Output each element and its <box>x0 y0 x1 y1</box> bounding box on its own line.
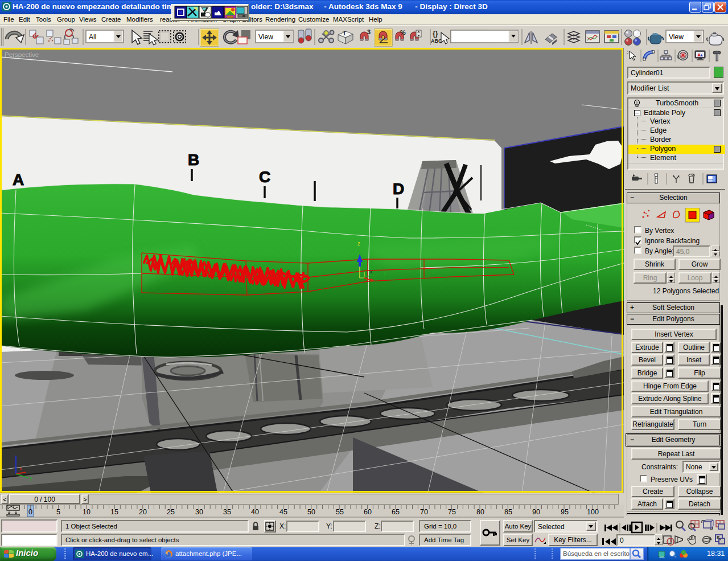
svg-text:C: C <box>259 168 270 186</box>
svg-text:T: T <box>343 30 346 36</box>
svg-text:x: x <box>19 466 22 472</box>
svg-text:ABC: ABC <box>431 38 442 44</box>
svg-text:All: All <box>89 33 96 41</box>
svg-text:%: % <box>400 29 406 36</box>
svg-text:15: 15 <box>110 508 118 516</box>
svg-text:75: 75 <box>448 508 456 516</box>
svg-text:70: 70 <box>420 508 428 516</box>
svg-text:A: A <box>13 171 24 189</box>
svg-text:50: 50 <box>307 508 315 516</box>
svg-text:y: y <box>30 475 32 481</box>
svg-text:10: 10 <box>83 508 91 516</box>
svg-text:B: B <box>188 151 199 169</box>
svg-text:x: x <box>370 269 373 275</box>
svg-text:30: 30 <box>195 508 203 516</box>
svg-text:80: 80 <box>476 508 484 516</box>
svg-text:90: 90 <box>532 508 540 516</box>
svg-text:y: y <box>384 270 386 276</box>
svg-text:View: View <box>669 33 684 41</box>
svg-text:View: View <box>258 33 273 41</box>
svg-text:60: 60 <box>364 508 372 516</box>
svg-text:95: 95 <box>561 508 569 516</box>
svg-text:35: 35 <box>223 508 231 516</box>
svg-text:0: 0 <box>28 508 32 516</box>
svg-text:40: 40 <box>251 508 259 516</box>
svg-text:85: 85 <box>504 508 512 516</box>
svg-text:45: 45 <box>279 508 287 516</box>
svg-text:100: 100 <box>587 508 599 516</box>
svg-text:5: 5 <box>56 508 60 516</box>
svg-text:{}: {} <box>433 30 438 38</box>
svg-text:65: 65 <box>392 508 400 516</box>
svg-text:Perspective: Perspective <box>5 51 39 58</box>
svg-text:z: z <box>357 240 360 247</box>
svg-text:D: D <box>393 180 404 198</box>
svg-text:25: 25 <box>167 508 175 516</box>
svg-text:3: 3 <box>367 28 371 35</box>
svg-text:20: 20 <box>139 508 147 516</box>
svg-text:55: 55 <box>336 508 344 516</box>
